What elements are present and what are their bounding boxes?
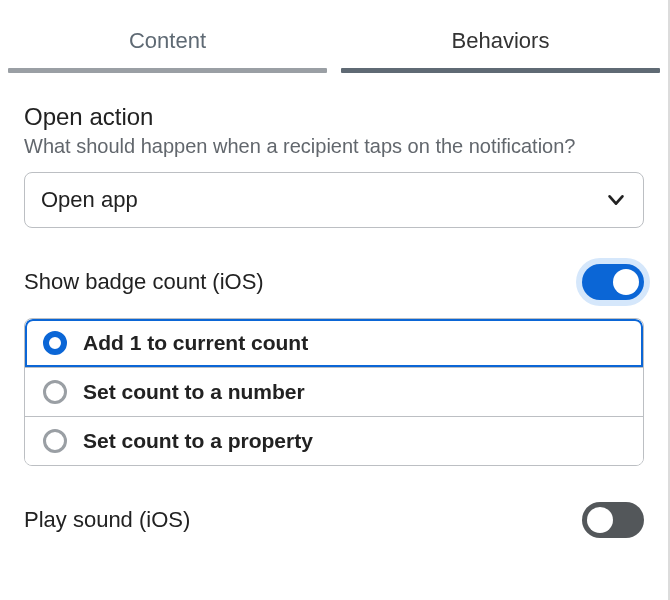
show-badge-toggle[interactable]: [582, 264, 644, 300]
toggle-knob: [587, 507, 613, 533]
chevron-down-icon: [605, 189, 627, 211]
tab-content[interactable]: Content: [8, 0, 327, 68]
toggle-knob: [613, 269, 639, 295]
tabs: Content Behaviors: [0, 0, 668, 68]
open-action-selected: Open app: [41, 187, 138, 213]
play-sound-toggle[interactable]: [582, 502, 644, 538]
radio-add-1[interactable]: Add 1 to current count: [25, 319, 643, 367]
tab-underline-content: [8, 68, 327, 73]
tab-underline-behaviors: [341, 68, 660, 73]
radio-label: Set count to a property: [83, 429, 313, 453]
radio-icon: [43, 380, 67, 404]
radio-set-number[interactable]: Set count to a number: [25, 367, 643, 416]
radio-icon: [43, 429, 67, 453]
open-action-select[interactable]: Open app: [24, 172, 644, 228]
radio-icon: [43, 331, 67, 355]
badge-count-options: Add 1 to current count Set count to a nu…: [24, 318, 644, 466]
play-sound-label: Play sound (iOS): [24, 507, 190, 533]
radio-set-property[interactable]: Set count to a property: [25, 416, 643, 465]
open-action-subtitle: What should happen when a recipient taps…: [24, 135, 644, 158]
radio-label: Set count to a number: [83, 380, 305, 404]
radio-label: Add 1 to current count: [83, 331, 308, 355]
open-action-title: Open action: [24, 103, 644, 131]
show-badge-label: Show badge count (iOS): [24, 269, 264, 295]
tab-behaviors[interactable]: Behaviors: [341, 0, 660, 68]
